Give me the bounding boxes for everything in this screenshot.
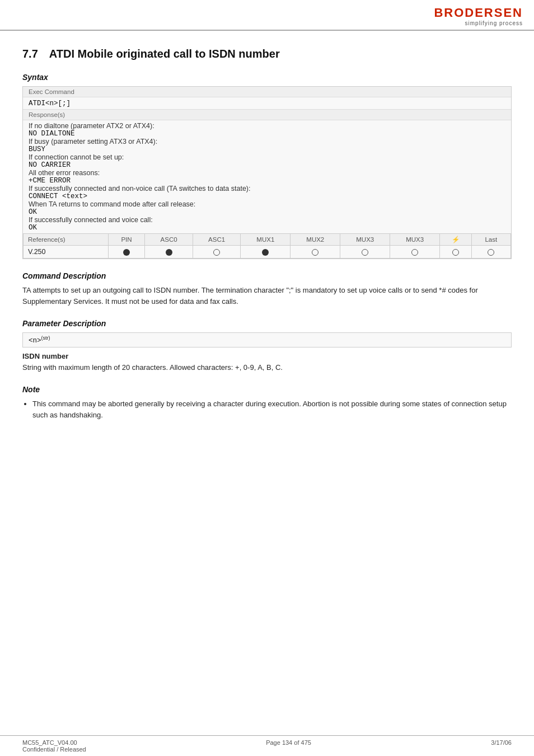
reference-table: Reference(s) PIN ASC0 ASC1 MUX1 MUX2 MUX… [23, 233, 511, 259]
param-box: <n>(str) [22, 332, 512, 348]
syntax-heading: Syntax [22, 73, 512, 82]
footer-doc-id: MC55_ATC_V04.00 [22, 739, 86, 746]
ref-header-mux3: MUX3 [340, 234, 390, 246]
ref-cell-mux2 [291, 246, 340, 259]
exec-command-label: Exec Command [23, 87, 511, 97]
dot-filled-icon [262, 249, 269, 256]
command-code: ATDI<n>[;] [29, 100, 71, 107]
footer-right: 3/17/06 [491, 739, 512, 753]
dot-empty-icon [362, 249, 368, 256]
response-lines: If no dialtone (parameter ATX2 or ATX4):… [23, 120, 511, 233]
param-type-strong: ISDN number [22, 352, 68, 360]
footer-status: Confidential / Released [22, 746, 86, 753]
param-name: <n> [29, 337, 41, 345]
dot-empty-icon [452, 249, 459, 256]
ref-header-symbol: ⚡ [440, 234, 471, 246]
param-desc-heading: Parameter Description [22, 319, 512, 328]
ref-header-last: Last [471, 234, 511, 246]
ref-header-asc0: ASC0 [145, 234, 193, 246]
ref-cell-asc0 [145, 246, 193, 259]
dot-empty-icon [411, 249, 418, 256]
ref-header-mux2: MUX2 [291, 234, 340, 246]
command-text: ATDI<n>[;] [23, 97, 511, 109]
ref-cell-symbol [440, 246, 471, 259]
page-footer: MC55_ATC_V04.00 Confidential / Released … [0, 735, 534, 756]
command-box: Exec Command ATDI<n>[;] Response(s) If n… [22, 86, 512, 259]
param-type-desc: String with maximum length of 20 charact… [22, 363, 283, 372]
ref-header-asc1: ASC1 [193, 234, 240, 246]
param-type-label: ISDN number String with maximum length o… [22, 351, 512, 373]
ref-cell-asc1 [193, 246, 240, 259]
response-label: Response(s) [23, 109, 511, 120]
ref-header-charge: MUX3 [390, 234, 440, 246]
section-number: 7.7 [22, 48, 38, 60]
footer-center: Page 134 of 475 [266, 739, 311, 753]
logo: BRODERSEN simplifying process [434, 6, 523, 26]
ref-cell-charge [390, 246, 440, 259]
main-content: 7.7 ATDI Mobile originated call to ISDN … [0, 31, 534, 431]
command-desc-heading: Command Description [22, 271, 512, 280]
ref-cell-last [471, 246, 511, 259]
footer-left: MC55_ATC_V04.00 Confidential / Released [22, 739, 86, 753]
note-item: This command may be aborted generally by… [32, 398, 512, 420]
ref-header-pin: PIN [108, 234, 145, 246]
note-heading: Note [22, 385, 512, 394]
dot-empty-icon [312, 249, 318, 256]
section-heading: 7.7 ATDI Mobile originated call to ISDN … [22, 48, 512, 60]
logo-text: BRODERSEN [434, 6, 523, 20]
logo-tagline: simplifying process [465, 20, 523, 26]
dot-filled-icon [123, 249, 130, 256]
note-list: This command may be aborted generally by… [32, 398, 512, 420]
ref-cell-mux1 [241, 246, 291, 259]
ref-header-name: Reference(s) [24, 234, 109, 246]
ref-cell-mux3 [340, 246, 390, 259]
dot-empty-icon [213, 249, 220, 256]
param-superscript: (str) [41, 335, 50, 341]
ref-header-mux1: MUX1 [241, 234, 291, 246]
command-desc-text: TA attempts to set up an outgoing call t… [22, 285, 512, 307]
ref-cell-name: V.250 [24, 246, 109, 259]
section-title: ATDI Mobile originated call to ISDN numb… [49, 48, 280, 60]
dot-filled-icon [166, 249, 172, 256]
ref-cell-pin [108, 246, 145, 259]
dot-empty-icon [488, 249, 494, 256]
table-row: V.250 [24, 246, 511, 259]
page-header: BRODERSEN simplifying process [0, 0, 534, 31]
